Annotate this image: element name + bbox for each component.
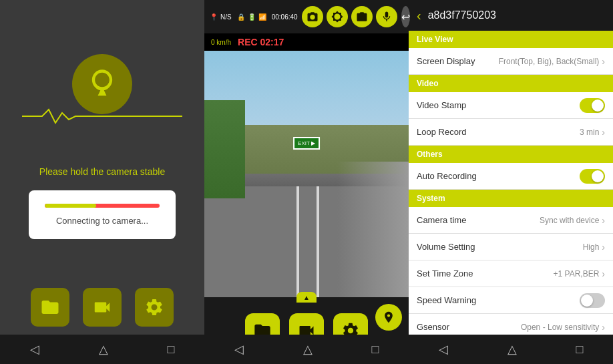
timezone-value: +1 PAR,BER: [554, 269, 600, 279]
setting-screen-display[interactable]: Screen Display Front(Top, Big), Back(Sma…: [409, 48, 613, 75]
heartbeat-line: [22, 106, 182, 126]
section-video: Video: [409, 75, 613, 92]
setting-timezone[interactable]: Set Time Zone +1 PAR,BER ›: [409, 260, 613, 287]
back-nav-1[interactable]: ◁: [30, 342, 39, 357]
time-display: 00:06:40: [272, 13, 298, 21]
home-nav-3[interactable]: △: [507, 342, 517, 357]
section-video-title: Video: [417, 79, 438, 88]
camera-view: EXIT ▶: [204, 51, 409, 297]
panel2-bottom: ▲ ◁: [204, 297, 409, 364]
speed-warning-knob: [581, 295, 593, 307]
progress-bar: [45, 204, 160, 208]
back-arrow-icon-2: ↩: [401, 11, 410, 23]
nav-bar-1: ◁ △ □: [0, 335, 204, 364]
volume-chevron: ›: [602, 242, 605, 252]
settings-icon: [144, 297, 164, 317]
speed-display: 0 km/h: [211, 39, 231, 46]
screen-display-chevron: ›: [602, 56, 605, 67]
camera-circle: [72, 54, 132, 114]
camera-time-value: Sync with device: [540, 216, 599, 225]
timezone-label: Set Time Zone: [417, 268, 554, 279]
progress-container: Connecting to camera...: [29, 190, 176, 239]
speed-warning-toggle[interactable]: [580, 293, 605, 308]
video-btn[interactable]: [83, 288, 122, 327]
setting-loop-record[interactable]: Loop Record 3 min ›: [409, 119, 613, 146]
setting-video-stamp[interactable]: Video Stamp: [409, 92, 613, 119]
gsensor-value: Open - Low sensitivity: [521, 323, 599, 332]
folder-btn[interactable]: [31, 288, 69, 327]
rec-label: REC 02:17: [238, 37, 284, 47]
settings-btn[interactable]: [135, 288, 174, 327]
loop-record-label: Loop Record: [417, 127, 580, 137]
recent-nav-1[interactable]: □: [168, 343, 175, 357]
power-camera-icon: [85, 67, 120, 102]
flip-icon: [356, 11, 368, 23]
panel-settings: ‹ a8d3f7750203 Live View Screen Display …: [409, 0, 613, 364]
section-live-view: Live View: [409, 31, 613, 48]
mic-icon: [381, 11, 393, 23]
screen-display-label: Screen Display: [417, 56, 499, 66]
section-system: System: [409, 190, 613, 207]
progress-label: Connecting to camera...: [56, 216, 148, 226]
back-btn-2[interactable]: ↩: [401, 6, 410, 27]
liveview-header: 📍 N/S 🔒 🔋 📶 00:06:40: [204, 0, 409, 33]
video-stamp-knob: [592, 100, 604, 112]
camera-time-label: Camera time: [417, 215, 540, 225]
camera-btn-icon: [306, 11, 319, 23]
setting-speed-warning[interactable]: Speed Warning: [409, 287, 613, 314]
video-stamp-toggle[interactable]: [580, 98, 605, 113]
flip-btn[interactable]: [351, 6, 373, 27]
settings-header: ‹ a8d3f7750203: [409, 0, 613, 31]
camera-time-chevron: ›: [602, 215, 605, 226]
home-nav-1[interactable]: △: [99, 342, 108, 357]
bottom-icons-row: [31, 280, 174, 335]
timezone-chevron: ›: [602, 268, 605, 279]
wifi-icon: 📶: [258, 13, 266, 21]
gps-icon: 📍: [210, 13, 218, 21]
setting-camera-time[interactable]: Camera time Sync with device ›: [409, 207, 613, 234]
section-others-title: Others: [417, 150, 443, 159]
folder-icon: [40, 297, 60, 317]
gsensor-label: Gsensor: [417, 322, 521, 332]
brightness-icon: [331, 11, 343, 23]
speed-warning-label: Speed Warning: [417, 295, 580, 305]
panel1-bottom: ◁ △ □: [0, 280, 204, 364]
section-others: Others: [409, 146, 613, 163]
camera-toggle-btn[interactable]: [302, 6, 323, 27]
section-live-view-title: Live View: [417, 35, 453, 44]
home-nav-2[interactable]: △: [303, 342, 313, 357]
device-id-label: a8d3f7750203: [428, 9, 496, 21]
ns-status: N/S: [220, 13, 232, 21]
setting-volume[interactable]: Volume Setting High ›: [409, 234, 613, 260]
section-system-title: System: [417, 194, 445, 203]
expand-btn[interactable]: ▲: [296, 292, 317, 303]
brightness-btn[interactable]: [327, 6, 348, 27]
progress-fill: [45, 204, 96, 208]
header-action-icons: [302, 6, 397, 27]
expand-icon: ▲: [303, 294, 310, 301]
battery-icon: 🔋: [248, 13, 256, 21]
recent-nav-3[interactable]: □: [576, 343, 584, 357]
nav-bar-3: ◁ △ □: [409, 335, 613, 364]
settings-back-btn[interactable]: ‹: [417, 8, 421, 23]
lock-icon: 🔒: [237, 13, 245, 21]
road-center-line: [296, 186, 299, 297]
video-icon: [92, 297, 112, 317]
camera-icon-wrap: [72, 54, 132, 114]
location-icon: [382, 311, 395, 324]
stable-message: Please hold the camera stable: [39, 166, 165, 177]
location-btn[interactable]: [375, 304, 402, 331]
panel-connect: Please hold the camera stable Connecting…: [0, 0, 204, 364]
setting-auto-recording[interactable]: Auto Recording: [409, 163, 613, 190]
back-nav-3[interactable]: ◁: [439, 342, 448, 357]
setting-gsensor[interactable]: Gsensor Open - Low sensitivity ›: [409, 314, 613, 335]
volume-label: Volume Setting: [417, 242, 583, 252]
auto-recording-label: Auto Recording: [417, 171, 580, 181]
auto-recording-toggle[interactable]: [580, 169, 605, 184]
recent-nav-2[interactable]: □: [372, 343, 379, 357]
mic-btn[interactable]: [376, 6, 397, 27]
back-nav-2[interactable]: ◁: [234, 342, 244, 357]
guardrail: [337, 162, 409, 297]
loop-record-chevron: ›: [602, 127, 605, 138]
road-sign: EXIT ▶: [293, 137, 320, 150]
